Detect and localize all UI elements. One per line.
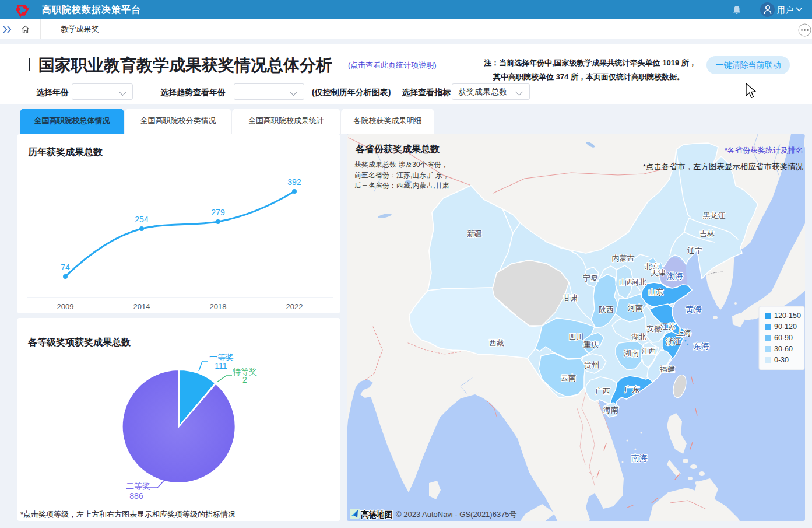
svg-text:上海: 上海 (676, 328, 691, 337)
svg-text:浙江: 浙江 (666, 337, 681, 346)
svg-text:海南: 海南 (603, 405, 618, 414)
svg-text:广西: 广西 (595, 387, 610, 396)
svg-text:天津: 天津 (651, 268, 666, 277)
svg-text:2: 2 (242, 375, 247, 384)
svg-text:2018: 2018 (210, 302, 227, 311)
svg-text:一等奖: 一等奖 (209, 352, 234, 362)
svg-text:254: 254 (135, 215, 149, 224)
svg-text:黄海: 黄海 (686, 305, 702, 314)
svg-text:辽宁: 辽宁 (687, 246, 702, 255)
svg-text:120-150: 120-150 (774, 312, 801, 320)
svg-text:© 2023 AutoNavi - GS(2021)6375: © 2023 AutoNavi - GS(2021)6375号 (396, 510, 517, 519)
svg-text:山东: 山东 (648, 288, 663, 296)
svg-text:贵州: 贵州 (584, 361, 599, 369)
svg-text:宁夏: 宁夏 (583, 274, 598, 282)
svg-text:392: 392 (287, 177, 301, 187)
svg-text:*各省份获奖统计及排名: *各省份获奖统计及排名 (725, 146, 803, 155)
svg-text:279: 279 (211, 208, 225, 217)
svg-text:广东: 广东 (624, 385, 639, 394)
svg-text:各等级奖项获奖成果总数: 各等级奖项获奖成果总数 (27, 337, 131, 347)
svg-text:30-60: 30-60 (774, 345, 793, 353)
svg-text:内蒙古: 内蒙古 (612, 254, 635, 263)
svg-text:60-90: 60-90 (774, 334, 793, 342)
svg-text:湖北: 湖北 (631, 333, 646, 341)
svg-text:东海: 东海 (693, 341, 709, 351)
svg-text:湖南: 湖南 (624, 349, 639, 358)
svg-text:重庆: 重庆 (583, 340, 599, 349)
svg-text:0-30: 0-30 (774, 356, 789, 364)
svg-text:高德地图: 高德地图 (361, 510, 393, 519)
svg-text:陕西: 陕西 (599, 305, 614, 314)
svg-text:886: 886 (129, 491, 143, 501)
svg-text:河南: 河南 (628, 303, 643, 312)
svg-text:甘肃: 甘肃 (563, 293, 578, 302)
svg-text:*点击奖项等级，左上方和右方图表显示相应奖项等级的指标情况: *点击奖项等级，左上方和右方图表显示相应奖项等级的指标情况 (20, 510, 235, 519)
svg-text:河北: 河北 (631, 278, 646, 286)
svg-text:江西: 江西 (641, 347, 656, 355)
svg-text:2022: 2022 (286, 302, 303, 311)
svg-text:四川: 四川 (568, 333, 583, 341)
svg-text:二等奖: 二等奖 (126, 481, 150, 491)
svg-text:90-120: 90-120 (774, 323, 797, 331)
svg-text:吉林: 吉林 (699, 229, 715, 238)
svg-text:西藏: 西藏 (489, 338, 504, 347)
svg-text:江苏: 江苏 (660, 322, 676, 331)
svg-text:渤海: 渤海 (667, 271, 683, 281)
svg-text:南海: 南海 (631, 453, 648, 463)
svg-text:后三名省份：西藏,内蒙古,甘肃: 后三名省份：西藏,内蒙古,甘肃 (354, 181, 449, 190)
svg-text:74: 74 (61, 263, 70, 272)
svg-text:2014: 2014 (133, 302, 150, 311)
svg-text:前三名省份：江苏,山东,广东，: 前三名省份：江苏,山东,广东， (354, 171, 449, 179)
svg-text:111: 111 (215, 361, 227, 370)
svg-text:黑龙江: 黑龙江 (703, 211, 726, 220)
svg-text:历年获奖成果总数: 历年获奖成果总数 (27, 147, 103, 157)
svg-text:2009: 2009 (57, 302, 74, 311)
svg-text:福建: 福建 (659, 365, 675, 373)
svg-text:云南: 云南 (561, 373, 576, 382)
svg-text:新疆: 新疆 (467, 229, 482, 238)
svg-text:各省份获奖成果总数: 各省份获奖成果总数 (355, 144, 440, 154)
svg-text:获奖成果总数 涉及30个省份，: 获奖成果总数 涉及30个省份， (354, 160, 448, 169)
svg-text:安徽: 安徽 (646, 324, 662, 333)
svg-text:*点击各省市，左方图表显示相应省市获奖情况: *点击各省市，左方图表显示相应省市获奖情况 (643, 162, 804, 171)
